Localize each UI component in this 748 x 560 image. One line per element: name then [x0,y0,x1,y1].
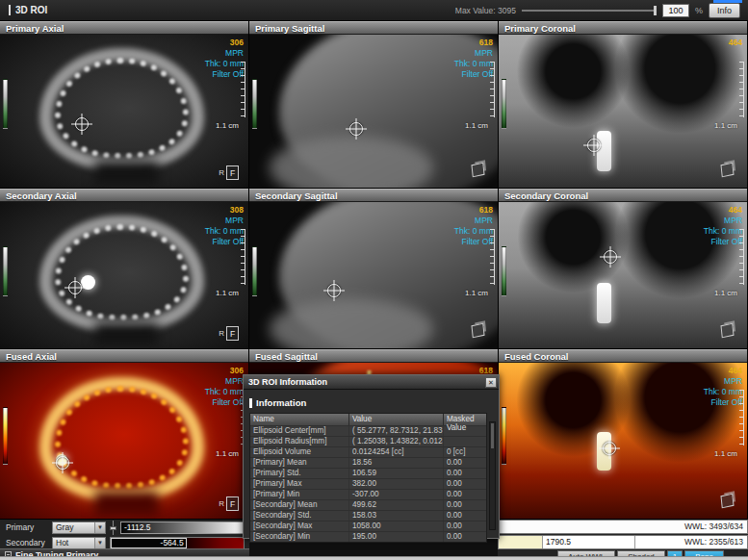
threshold-input[interactable]: 1790.5 [543,536,635,548]
crosshair-marker[interactable] [75,117,89,131]
secondary-lut-select[interactable]: Hot ▼ [52,537,106,549]
implant-image [597,283,611,323]
roi-row-masked: 0 [cc] [444,447,486,457]
hot-lut-gradient [187,538,244,548]
orientation-marker: R F [219,326,239,341]
teeth-image [55,386,189,489]
ct-image[interactable]: 306 MPR Thk: 0 mm Filter Off 1.1 cm R F [0,363,248,519]
mini-slider-handle[interactable] [110,526,116,530]
thickness-label: Thk: 0 mm [205,59,244,69]
orientation-cube-icon [720,323,734,339]
secondary-wwl-bar[interactable]: 1790.5 WWL: 2355/613 [498,535,748,549]
primary-window-level-bar[interactable]: -1112.5 [120,522,245,534]
panel-title: Secondary Coronal [499,191,588,201]
filter-label: Filter Off [704,397,742,408]
roi-row-masked: 0.00 [444,469,486,478]
viewport-panel[interactable]: Secondary Axial 308 MPR Thk: 0 mm Filter… [0,189,249,349]
close-icon[interactable]: ✕ [485,377,497,388]
scale-label: 1.1 cm [216,289,239,297]
ct-image[interactable]: 306 MPR Thk: 0 mm Filter Off 1.1 cm R F [0,35,248,188]
secondary-window-level-bar[interactable]: -564.5 [110,537,245,549]
ct-image[interactable]: 618 MPR Thk: 0 mm Filter Off 1.1 cm [249,35,498,188]
lut-colorbar[interactable] [3,246,8,296]
arch-opening [94,323,159,346]
viewport-panel[interactable]: Fused Coronal 464 MPR Thk: 0 mm Filter O… [499,349,748,520]
mpr-label: MPR [454,216,493,226]
secondary-window-value[interactable]: -564.5 [111,538,187,548]
dialog-scrollbar[interactable] [489,421,496,530]
roi-table: Name Value Masked Value Ellipsoid Center… [249,413,487,543]
crosshair-marker[interactable] [68,281,82,294]
roi-row-name: [Primary] Max [250,479,349,489]
lut-colorbar[interactable] [502,79,506,129]
viewport-panel[interactable]: Primary Axial 306 MPR Thk: 0 mm Filter O… [0,21,249,189]
orientation-letter-main: F [226,496,239,511]
lut-colorbar[interactable] [252,246,257,296]
viewport-panel[interactable]: Secondary Coronal 464 MPR Thk: 0 mm Filt… [499,189,748,349]
roi-row-name: [Primary] Mean [250,458,349,468]
orientation-marker: R F [219,165,239,180]
scale-ruler [739,229,744,285]
primary-lut-select[interactable]: Gray ▼ [52,522,106,534]
roi-row-value: ( 55.2777, 82.7312, 21.8385 ) [349,426,444,436]
panel-title: Primary Sagittal [249,23,324,34]
panel-title: Fused Sagittal [249,351,318,362]
roi-row-masked: 0.00 [444,500,486,510]
chevron-down-icon[interactable]: ▼ [94,522,105,533]
ct-image[interactable]: 464 MPR Thk: 0 mm Filter Off 1.1 cm [499,363,747,519]
orientation-letter-side: R [219,499,224,508]
primary-wwl-value: WWL: 3493/634 [684,522,743,531]
overlay-info: 464 MPR Thk: 0 mm Filter Off [704,366,742,408]
crosshair-marker[interactable] [604,250,617,264]
info-button[interactable]: Info [709,3,740,18]
viewport-panel[interactable]: Fused Axial 306 MPR Thk: 0 mm Filter Off… [0,349,249,520]
crosshair-marker[interactable] [603,442,616,455]
roi-row-value: 18.56 [349,458,444,468]
mpr-label: MPR [704,376,742,387]
lut-colorbar[interactable] [3,79,8,129]
dialog-title-bar[interactable]: 3D ROI Information ✕ [244,375,499,390]
lut-colorbar[interactable] [3,407,8,465]
lut-colorbar[interactable] [502,246,506,296]
chevron-down-icon[interactable]: ▼ [94,538,105,548]
filter-label: Filter Off [205,237,244,247]
arch-opening [94,162,159,186]
crosshair-marker[interactable] [349,122,363,136]
ct-image[interactable]: 464 MPR Thk: 0 mm Filter Off 1.1 cm [499,202,747,348]
overlay-info: 308 MPR Thk: 0 mm Filter Off [205,205,244,247]
roi-row-value: 195.00 [349,532,444,542]
window-chrome-sliver [713,0,742,3]
roi-table-row: Ellipsoid Radius[mm] ( 1.25038, 1.43822,… [250,436,486,446]
viewport-panel[interactable]: Primary Coronal 464 1.1 cm [499,21,748,189]
mpr-label: MPR [205,216,244,226]
panel-title-bar: Primary Axial [0,21,248,35]
max-value-slider[interactable] [522,6,657,15]
page-title: 3D ROI [15,5,47,15]
crosshair-marker[interactable] [587,139,601,152]
viewport-panel[interactable]: Secondary Sagittal 618 MPR Thk: 0 mm Fil… [249,189,499,349]
roi-row-name: [Primary] Std. [250,469,349,478]
ct-image[interactable]: 618 MPR Thk: 0 mm Filter Off 1.1 cm [249,202,498,348]
zoom-percent-input[interactable]: 100 [662,4,689,17]
scrollbar-thumb[interactable] [491,423,494,448]
slider-track [522,10,657,12]
slider-handle[interactable] [654,6,657,15]
primary-wwl-bar[interactable]: WWL: 3493/634 [498,520,748,534]
ct-image[interactable]: 464 1.1 cm [499,35,747,188]
primary-mini-slider[interactable] [110,521,116,535]
lut-controls: Primary Gray ▼ -1112.5 Secondary Hot ▼ -… [0,520,249,560]
lut-colorbar[interactable] [502,407,506,465]
lut-colorbar[interactable] [252,79,257,129]
ct-image[interactable]: 308 MPR Thk: 0 mm Filter Off 1.1 cm R F [0,202,248,348]
roi-row-value: 158.03 [349,511,444,521]
roi-row-value: 499.62 [349,500,444,510]
roi-row-name: [Secondary] Min [250,532,349,542]
slice-number: 618 [454,205,493,216]
roi-row-name: Ellipsoid Volume [250,447,349,457]
orientation-cube-icon [720,163,734,178]
filter-label: Filter Off [704,237,742,247]
crosshair-marker[interactable] [327,284,341,297]
roi-table-body: Ellipsoid Center[mm] ( 55.2777, 82.7312,… [250,425,486,542]
viewport-panel[interactable]: Primary Sagittal 618 MPR Thk: 0 mm Filte… [249,21,499,189]
crosshair-marker[interactable] [56,456,69,470]
